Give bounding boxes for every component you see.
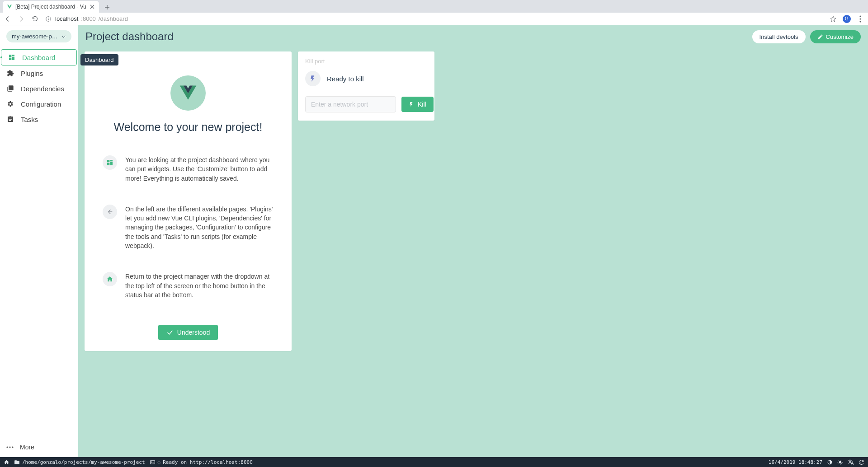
welcome-row: Return to the project manager with the d…: [92, 272, 284, 299]
bolt-icon: [409, 101, 414, 108]
url-port: :8000: [81, 15, 96, 22]
profile-avatar[interactable]: G: [843, 15, 851, 23]
svg-rect-13: [107, 160, 109, 162]
browser-tab-title: [Beta] Project dashboard - Vu: [15, 4, 86, 10]
avatar-initial: G: [845, 16, 849, 21]
sidebar-item-label: Plugins: [21, 70, 43, 77]
svg-rect-2: [48, 19, 48, 20]
home-status-icon[interactable]: [4, 459, 9, 465]
bolt-icon: [305, 71, 321, 86]
kill-port-card: Kill port Ready to kill Kil: [298, 51, 434, 121]
new-tab-button[interactable]: [102, 2, 113, 13]
status-bar: /home/gonzalo/projects/my-awesome-projec…: [0, 457, 868, 467]
svg-point-10: [6, 446, 8, 448]
configuration-icon: [6, 100, 14, 108]
sidebar-tooltip-text: Dashboard: [85, 56, 114, 63]
home-icon: [103, 272, 117, 286]
svg-point-4: [859, 18, 861, 19]
browser-chrome: [Beta] Project dashboard - Vu localhost:…: [0, 0, 868, 25]
svg-rect-7: [12, 55, 14, 56]
url-box[interactable]: localhost:8000/dashboard: [44, 15, 824, 23]
refresh-icon[interactable]: [859, 459, 864, 465]
url-host: localhost: [55, 15, 78, 22]
log-status-item[interactable]: ○ Ready on http://localhost:8000: [150, 459, 253, 465]
project-switcher[interactable]: my-awesome-proje…: [6, 30, 71, 42]
understood-button[interactable]: Understood: [158, 325, 218, 340]
svg-rect-16: [107, 163, 109, 165]
sidebar-item-dashboard[interactable]: Dashboard: [1, 49, 77, 65]
sidebar-item-label: Tasks: [21, 116, 38, 123]
sidebar-item-plugins[interactable]: Plugins: [0, 65, 78, 81]
main-header: Project dashboard Install devtools Custo…: [78, 25, 868, 48]
pencil-icon: [817, 34, 823, 40]
browser-menu-icon[interactable]: [856, 15, 864, 23]
kill-button[interactable]: Kill: [401, 97, 434, 112]
tasks-icon: [6, 115, 14, 123]
welcome-row-text: On the left are the different available …: [125, 205, 284, 250]
welcome-row: On the left are the different available …: [92, 205, 284, 250]
kill-button-label: Kill: [418, 101, 426, 108]
url-path: /dashboard: [99, 15, 128, 22]
kill-port-label: Kill port: [305, 58, 427, 65]
sidebar-item-label: Dashboard: [22, 54, 55, 61]
install-devtools-button[interactable]: Install devtools: [752, 30, 806, 43]
svg-rect-17: [150, 460, 155, 464]
welcome-card-label: ps: [92, 58, 284, 65]
page-title: Project dashboard: [85, 30, 174, 43]
welcome-row-text: You are looking at the project dashboard…: [125, 155, 284, 183]
forward-icon[interactable]: [17, 15, 25, 23]
sidebar: my-awesome-proje… Dashboard Plugins: [0, 25, 78, 457]
app: my-awesome-proje… Dashboard Plugins: [0, 25, 868, 467]
info-icon[interactable]: [44, 15, 52, 23]
svg-point-5: [859, 21, 861, 22]
install-devtools-label: Install devtools: [760, 33, 798, 40]
dashboard-content: ps Welcome to your new project! You are …: [78, 48, 868, 457]
svg-rect-15: [110, 162, 113, 165]
vue-logo-icon: [170, 75, 206, 111]
vue-favicon-icon: [6, 4, 13, 10]
sidebar-item-label: Dependencies: [21, 85, 64, 93]
project-switcher-label: my-awesome-proje…: [12, 33, 59, 40]
sidebar-tooltip: Dashboard: [80, 54, 118, 65]
translate-icon[interactable]: [848, 459, 854, 465]
status-timestamp: 16/4/2019 18:48:27: [769, 459, 822, 465]
dashboard-tip-icon: [103, 155, 117, 170]
svg-point-12: [12, 446, 13, 448]
close-icon[interactable]: [89, 4, 95, 10]
dependencies-icon: [6, 84, 14, 93]
svg-rect-6: [9, 55, 11, 57]
folder-status-item[interactable]: /home/gonzalo/projects/my-awesome-projec…: [14, 459, 145, 465]
sidebar-item-label: Configuration: [21, 100, 61, 108]
address-bar: localhost:8000/dashboard G: [0, 13, 868, 25]
svg-point-11: [9, 446, 10, 448]
welcome-title: Welcome to your new project!: [92, 121, 284, 134]
customize-button[interactable]: Customize: [810, 30, 861, 43]
sidebar-item-configuration[interactable]: Configuration: [0, 96, 78, 112]
welcome-card: ps Welcome to your new project! You are …: [85, 51, 292, 351]
welcome-row-text: Return to the project manager with the d…: [125, 272, 284, 299]
understood-label: Understood: [177, 329, 210, 336]
svg-rect-8: [12, 57, 14, 60]
browser-tab[interactable]: [Beta] Project dashboard - Vu: [3, 1, 99, 13]
svg-rect-14: [110, 160, 113, 161]
star-icon[interactable]: [829, 15, 837, 23]
svg-rect-9: [9, 58, 11, 60]
plugins-icon: [6, 69, 14, 77]
tab-strip: [Beta] Project dashboard - Vu: [0, 0, 868, 13]
check-icon: [166, 329, 174, 336]
main: Project dashboard Install devtools Custo…: [78, 25, 868, 457]
more-icon: [6, 446, 14, 448]
reload-icon[interactable]: [31, 15, 39, 23]
kill-port-status-text: Ready to kill: [327, 75, 364, 83]
bug-icon[interactable]: [837, 459, 843, 465]
back-icon[interactable]: [4, 15, 12, 23]
arrow-left-icon: [103, 205, 117, 219]
theme-toggle-icon[interactable]: [827, 459, 833, 465]
kill-port-input[interactable]: [305, 96, 396, 112]
sidebar-item-dependencies[interactable]: Dependencies: [0, 81, 78, 96]
sidebar-item-tasks[interactable]: Tasks: [0, 112, 78, 127]
svg-point-3: [859, 15, 861, 17]
sidebar-more-label: More: [20, 444, 34, 451]
chevron-down-icon: [61, 34, 66, 39]
sidebar-more[interactable]: More: [0, 439, 78, 457]
